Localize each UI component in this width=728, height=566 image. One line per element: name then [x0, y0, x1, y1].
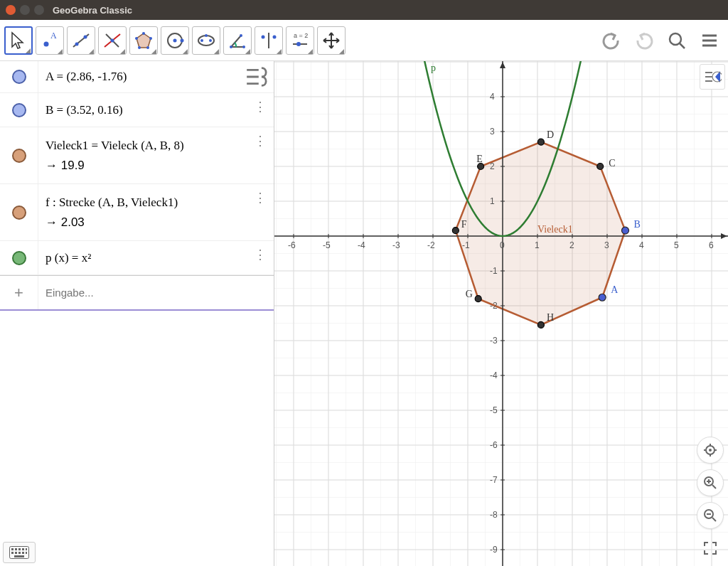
object-visibility-toggle[interactable]	[0, 93, 38, 127]
svg-point-7	[111, 38, 114, 42]
point-label: B	[633, 219, 640, 230]
svg-point-18	[200, 39, 203, 42]
graphics-zoom-controls	[697, 437, 724, 562]
y-tick-label: -7	[490, 475, 498, 485]
undo-button[interactable]	[597, 26, 626, 55]
algebra-row[interactable]: B = (3.52, 0.16) ⋮	[0, 93, 274, 127]
home-zoom-button[interactable]	[697, 437, 724, 464]
redo-button[interactable]	[630, 26, 658, 55]
algebra-expression: B = (3.52, 0.16)	[46, 103, 267, 117]
x-tick-label: 3	[604, 240, 609, 250]
window-titlebar: GeoGebra Classic	[0, 0, 728, 20]
svg-rect-42	[15, 552, 17, 554]
svg-rect-37	[15, 548, 17, 550]
algebra-expression: p (x) = x²	[46, 251, 267, 265]
svg-point-25	[262, 35, 265, 38]
main-toolbar: A a = 2	[0, 20, 728, 61]
svg-line-176	[712, 518, 716, 521]
svg-text:a = 2: a = 2	[294, 32, 308, 39]
svg-point-167	[537, 321, 544, 328]
object-visibility-toggle[interactable]	[0, 61, 38, 92]
row-menu-icon[interactable]: ⋮	[254, 247, 267, 262]
svg-point-20	[205, 34, 208, 37]
tool-angle[interactable]	[223, 26, 252, 55]
window-minimize-button[interactable]	[20, 5, 30, 15]
svg-point-161	[621, 227, 628, 234]
window-maximize-button[interactable]	[34, 5, 44, 15]
y-tick-label: -4	[490, 370, 498, 380]
algebra-value: → 19.9	[46, 159, 267, 173]
algebra-input-row: +	[0, 275, 274, 311]
row-menu-icon[interactable]: ⋮	[254, 190, 267, 205]
svg-point-170	[709, 449, 712, 452]
fullscreen-button[interactable]	[697, 535, 724, 562]
algebra-sort-button[interactable]	[244, 64, 269, 90]
tool-perpendicular[interactable]	[98, 26, 127, 55]
virtual-keyboard-button[interactable]	[3, 542, 36, 563]
svg-point-10	[149, 37, 152, 40]
svg-point-16	[181, 38, 184, 42]
graphics-view[interactable]: -6-5-4-3-2-101234564321-1-2-3-4-5-6-7-8-…	[274, 61, 728, 566]
tool-pan[interactable]	[317, 26, 346, 55]
svg-point-3	[75, 42, 79, 46]
svg-rect-41	[11, 552, 14, 554]
y-tick-label: -6	[490, 440, 498, 450]
tool-reflect[interactable]	[255, 26, 283, 55]
algebra-row[interactable]: p (x) = x² ⋮	[0, 241, 274, 275]
svg-rect-46	[14, 555, 24, 557]
svg-rect-44	[22, 552, 24, 554]
svg-line-31	[680, 43, 685, 48]
svg-text:A: A	[50, 31, 57, 41]
tool-slider[interactable]: a = 2	[286, 26, 314, 55]
y-tick-label: 3	[490, 127, 495, 137]
x-tick-label: -6	[288, 240, 296, 250]
menu-button[interactable]	[695, 26, 724, 55]
x-tick-label: -5	[323, 240, 331, 250]
x-tick-label: 2	[569, 240, 574, 250]
svg-point-29	[296, 42, 301, 46]
point-label: C	[609, 158, 615, 169]
graphics-settings-button[interactable]	[700, 64, 725, 90]
tool-conic[interactable]	[192, 26, 220, 55]
algebra-row[interactable]: A = (2.86, -1.76)	[0, 61, 274, 93]
svg-point-162	[597, 164, 604, 170]
tool-line[interactable]	[67, 26, 95, 55]
zoom-out-button[interactable]	[697, 502, 724, 529]
window-close-button[interactable]	[6, 5, 16, 15]
svg-point-160	[599, 294, 606, 301]
svg-rect-45	[26, 552, 27, 554]
object-visibility-toggle[interactable]	[0, 184, 38, 240]
point-label: E	[476, 154, 483, 165]
x-tick-label: -3	[392, 240, 400, 250]
y-tick-label: -8	[490, 510, 498, 520]
svg-point-30	[670, 33, 681, 45]
object-visibility-toggle[interactable]	[0, 127, 38, 183]
tool-circle[interactable]	[161, 26, 189, 55]
svg-marker-8	[136, 33, 151, 48]
tool-polygon[interactable]	[129, 26, 158, 55]
row-menu-icon[interactable]: ⋮	[254, 133, 267, 149]
svg-point-11	[146, 46, 149, 49]
svg-point-0	[44, 41, 49, 46]
y-tick-label: -9	[490, 545, 498, 555]
algebra-row[interactable]: f : Strecke (A, B, Vieleck1) → 2.03 ⋮	[0, 184, 274, 241]
row-menu-icon[interactable]: ⋮	[254, 99, 267, 114]
svg-point-26	[273, 35, 277, 38]
svg-point-4	[84, 35, 87, 38]
y-tick-label: -3	[490, 336, 498, 346]
zoom-in-button[interactable]	[697, 469, 724, 496]
add-object-button[interactable]: +	[0, 276, 38, 309]
tool-move[interactable]	[4, 26, 33, 55]
algebra-value: → 2.03	[46, 215, 267, 230]
algebra-expression: A = (2.86, -1.76)	[46, 70, 267, 84]
algebra-input[interactable]	[38, 276, 274, 309]
x-tick-label: -2	[427, 240, 435, 250]
tool-point[interactable]: A	[36, 26, 64, 55]
x-tick-label: 6	[709, 240, 714, 250]
search-button[interactable]	[663, 26, 691, 55]
graphics-canvas[interactable]	[274, 61, 728, 566]
svg-point-165	[452, 228, 459, 234]
algebra-row[interactable]: Vieleck1 = Vieleck (A, B, 8) → 19.9 ⋮	[0, 127, 274, 184]
svg-point-13	[135, 37, 138, 40]
object-visibility-toggle[interactable]	[0, 241, 38, 274]
